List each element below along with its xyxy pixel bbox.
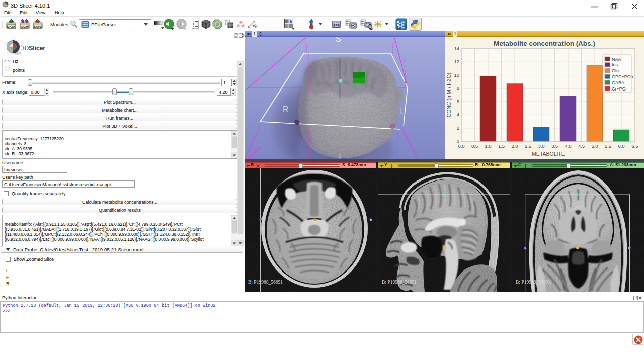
svg-text:3.0: 3.0 <box>538 143 544 149</box>
svg-text:L: L <box>399 107 404 115</box>
svg-text:GPC+PCh: GPC+PCh <box>612 74 633 79</box>
svg-text:1.0: 1.0 <box>485 143 491 149</box>
svg-text:Cr+PCr: Cr+PCr <box>612 86 627 92</box>
svg-text:2: 2 <box>457 125 459 131</box>
svg-text:0.5: 0.5 <box>471 143 478 149</box>
svg-text:2.0: 2.0 <box>511 143 518 149</box>
svg-text:3.5: 3.5 <box>551 143 558 149</box>
svg-text:Glu: Glu <box>612 68 619 73</box>
svg-text:B: P19968_56691: B: P19968_56691 <box>516 280 550 285</box>
svg-text:S: S <box>336 37 341 43</box>
svg-text:Metabolite concentration (Abs.: Metabolite concentration (Abs.) <box>494 40 595 47</box>
svg-text:GABA: GABA <box>612 80 624 85</box>
svg-text:R: R <box>283 105 289 114</box>
svg-text:4.5: 4.5 <box>578 143 585 149</box>
svg-text:B: P19968_56691: B: P19968_56691 <box>382 280 417 285</box>
svg-text:Ins: Ins <box>612 62 618 67</box>
svg-text:1.5: 1.5 <box>498 143 505 149</box>
svg-text:14: 14 <box>454 46 459 51</box>
svg-text:6.5: 6.5 <box>631 143 638 149</box>
svg-text:6: 6 <box>457 99 459 104</box>
svg-text:B: P19968_56691: B: P19968_56691 <box>248 280 283 285</box>
svg-text:5.0: 5.0 <box>591 143 598 149</box>
svg-text:12: 12 <box>454 59 459 64</box>
svg-text:NAA: NAA <box>612 57 621 62</box>
svg-text:6.0: 6.0 <box>618 143 624 149</box>
svg-text:4.0: 4.0 <box>565 143 571 149</box>
svg-text:10: 10 <box>454 72 459 78</box>
svg-text:2.5: 2.5 <box>525 143 531 149</box>
svg-text:CONC (mM / H2O): CONC (mM / H2O) <box>446 73 452 118</box>
svg-text:8: 8 <box>457 85 459 91</box>
svg-text:4: 4 <box>457 112 459 117</box>
svg-text:DATA: DATA <box>7 25 15 28</box>
svg-text:DCM: DCM <box>21 25 28 28</box>
svg-text:0.0: 0.0 <box>458 143 464 149</box>
svg-text:5.5: 5.5 <box>605 143 611 149</box>
svg-text:SAVE: SAVE <box>34 25 42 28</box>
svg-text:METABOLITE: METABOLITE <box>532 151 565 157</box>
